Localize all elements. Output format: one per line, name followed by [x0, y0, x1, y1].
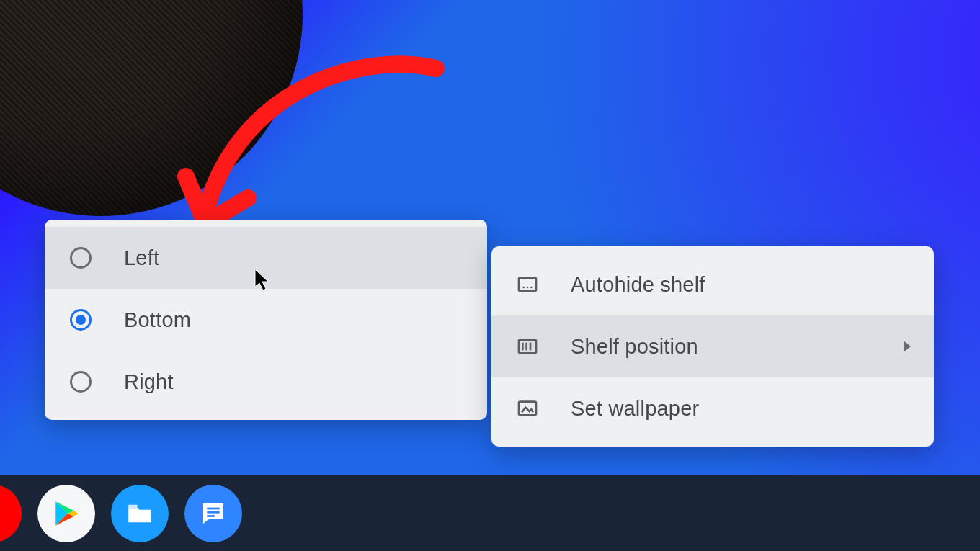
- menu-item-set-wallpaper[interactable]: Set wallpaper: [491, 377, 934, 439]
- menu-item-label: Shelf position: [571, 335, 876, 359]
- svg-rect-0: [519, 278, 536, 292]
- option-label: Left: [124, 246, 464, 270]
- wallpaper-icon: [512, 397, 543, 420]
- svg-rect-9: [128, 504, 137, 508]
- shelf-position-submenu: Left Bottom Right: [45, 220, 487, 420]
- svg-point-2: [527, 287, 529, 289]
- play-icon: [50, 498, 82, 529]
- shelf: [0, 475, 980, 551]
- radio-selected-icon: [65, 309, 97, 331]
- radio-unselected-icon: [65, 247, 97, 269]
- shelf-position-option-left[interactable]: Left: [45, 227, 487, 289]
- svg-point-3: [530, 287, 533, 289]
- position-icon: [512, 335, 543, 358]
- shelf-app-files[interactable]: [111, 485, 169, 542]
- option-label: Bottom: [124, 308, 464, 332]
- svg-point-1: [522, 287, 525, 289]
- autohide-icon: [512, 273, 543, 296]
- shelf-context-menu: Autohide shelf Shelf position Set wallpa…: [491, 246, 934, 447]
- chevron-right-icon: [904, 341, 911, 352]
- menu-item-shelf-position[interactable]: Shelf position: [491, 315, 934, 377]
- shelf-app-play-store[interactable]: [37, 485, 95, 542]
- files-icon: [125, 498, 155, 529]
- radio-unselected-icon: [65, 371, 97, 393]
- option-label: Right: [124, 370, 464, 394]
- shelf-app-messages[interactable]: [184, 485, 242, 542]
- shelf-position-option-bottom[interactable]: Bottom: [45, 289, 487, 351]
- menu-item-label: Autohide shelf: [571, 273, 911, 297]
- shelf-app-youtube[interactable]: [0, 485, 22, 542]
- shelf-position-option-right[interactable]: Right: [45, 351, 487, 413]
- menu-item-label: Set wallpaper: [571, 397, 911, 421]
- messages-icon: [198, 498, 228, 529]
- youtube-icon: [0, 501, 6, 527]
- menu-item-autohide-shelf[interactable]: Autohide shelf: [491, 254, 934, 315]
